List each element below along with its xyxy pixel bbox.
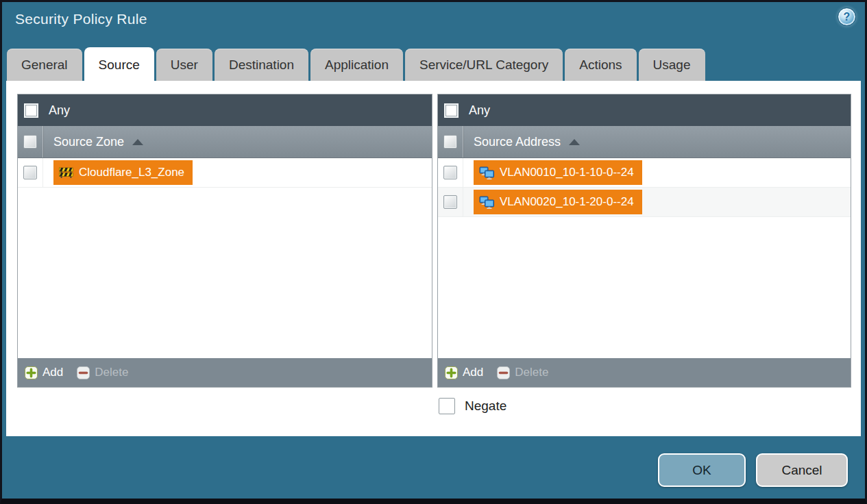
tab-general[interactable]: General bbox=[7, 49, 82, 81]
source-zone-add-button[interactable]: Add bbox=[25, 366, 63, 379]
source-address-any-label: Any bbox=[469, 103, 490, 118]
title-bar: Security Policy Rule ? bbox=[2, 2, 865, 42]
source-address-footer: Add Delete bbox=[438, 358, 851, 387]
source-zone-panel: Any Source Zone bbox=[17, 94, 432, 388]
minus-icon bbox=[77, 366, 90, 379]
source-address-row[interactable]: VLAN0020_10-1-20-0--24 bbox=[438, 188, 851, 217]
ok-button[interactable]: OK bbox=[658, 453, 746, 487]
help-glyph: ? bbox=[844, 11, 851, 23]
source-zone-row-label: Cloudflare_L3_Zone bbox=[79, 166, 184, 179]
address-icon bbox=[479, 166, 494, 179]
source-address-any-bar: Any bbox=[438, 94, 851, 126]
source-address-any-checkbox[interactable] bbox=[444, 103, 459, 118]
source-zone-delete-button[interactable]: Delete bbox=[77, 366, 128, 379]
plus-icon bbox=[445, 366, 458, 379]
dialog-title: Security Policy Rule bbox=[15, 11, 147, 27]
source-address-delete-button[interactable]: Delete bbox=[497, 366, 548, 379]
tab-usage[interactable]: Usage bbox=[639, 49, 705, 81]
source-address-add-button[interactable]: Add bbox=[445, 366, 483, 379]
tab-user[interactable]: User bbox=[156, 49, 212, 81]
source-zone-any-bar: Any bbox=[18, 94, 432, 126]
source-address-row-label: VLAN0020_10-1-20-0--24 bbox=[500, 195, 634, 209]
negate-checkbox[interactable] bbox=[439, 398, 455, 414]
source-address-column-header: Source Address bbox=[438, 126, 851, 158]
tab-actions[interactable]: Actions bbox=[565, 49, 636, 81]
source-address-panel: Any Source Address bbox=[437, 94, 851, 388]
delete-label: Delete bbox=[95, 366, 128, 379]
source-address-column-label[interactable]: Source Address bbox=[474, 135, 561, 149]
source-zone-column-label[interactable]: Source Zone bbox=[53, 135, 124, 149]
add-label: Add bbox=[42, 366, 63, 379]
tab-content: Any Source Zone bbox=[6, 81, 861, 436]
source-zone-column-header: Source Zone bbox=[18, 126, 432, 158]
cancel-button[interactable]: Cancel bbox=[756, 453, 848, 487]
security-policy-rule-dialog: Security Policy Rule ? General Source Us… bbox=[0, 0, 867, 504]
tab-source[interactable]: Source bbox=[84, 47, 154, 85]
source-zone-any-label: Any bbox=[49, 103, 70, 118]
delete-label: Delete bbox=[515, 366, 548, 379]
zone-icon bbox=[59, 166, 73, 179]
source-address-row-checkbox[interactable] bbox=[443, 195, 457, 209]
source-address-row-checkbox[interactable] bbox=[443, 166, 457, 179]
source-address-select-all-checkbox[interactable] bbox=[443, 135, 457, 149]
source-zone-select-all-checkbox[interactable] bbox=[23, 135, 37, 149]
source-zone-footer: Add Delete bbox=[18, 358, 432, 387]
source-zone-list: Cloudflare_L3_Zone bbox=[18, 158, 432, 358]
source-zone-row[interactable]: Cloudflare_L3_Zone bbox=[18, 158, 432, 188]
help-icon[interactable]: ? bbox=[838, 8, 856, 26]
source-address-list: VLAN0010_10-1-10-0--24 bbox=[438, 158, 851, 358]
source-address-row-label: VLAN0010_10-1-10-0--24 bbox=[500, 166, 634, 179]
negate-option: Negate bbox=[439, 398, 506, 414]
sort-asc-icon[interactable] bbox=[132, 139, 143, 145]
tab-application[interactable]: Application bbox=[310, 49, 403, 81]
sort-asc-icon[interactable] bbox=[569, 139, 580, 145]
tab-service-url-category[interactable]: Service/URL Category bbox=[405, 49, 563, 81]
source-address-row[interactable]: VLAN0010_10-1-10-0--24 bbox=[438, 158, 851, 188]
tab-bar: General Source User Destination Applicat… bbox=[7, 43, 705, 81]
source-zone-row-checkbox[interactable] bbox=[23, 166, 37, 179]
negate-label: Negate bbox=[465, 399, 506, 414]
source-zone-any-checkbox[interactable] bbox=[24, 103, 38, 118]
address-icon bbox=[479, 196, 494, 209]
tab-destination[interactable]: Destination bbox=[215, 49, 308, 81]
minus-icon bbox=[497, 366, 510, 379]
plus-icon bbox=[25, 366, 38, 379]
add-label: Add bbox=[463, 366, 483, 379]
